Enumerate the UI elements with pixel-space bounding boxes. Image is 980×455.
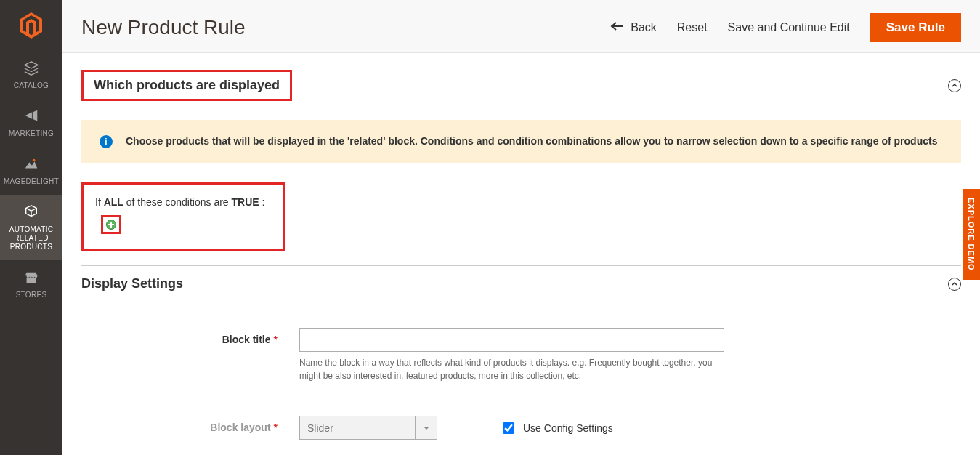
block-title-field-wrap: Name the block in a way that reflects wh…	[299, 328, 961, 382]
sidebar-item-magedelight[interactable]: MAGEDELIGHT	[0, 147, 62, 195]
section-header-display-settings[interactable]: Display Settings	[81, 265, 961, 302]
sidebar-item-label: MAGEDELIGHT	[4, 177, 59, 186]
save-rule-button[interactable]: Save Rule	[870, 13, 961, 42]
catalog-icon	[23, 60, 39, 77]
svg-point-0	[33, 159, 36, 162]
main-content: New Product Rule Back Reset Save and Con…	[62, 0, 980, 455]
section-title-display-settings: Display Settings	[81, 276, 183, 291]
required-indicator: *	[274, 334, 278, 345]
conditions-box: If ALL of these conditions are TRUE :	[81, 182, 285, 251]
sidebar-item-label: CATALOG	[14, 81, 49, 90]
display-settings-section: Display Settings Block title* Name the b…	[81, 265, 961, 447]
section-title-displayed: Which products are displayed	[81, 70, 292, 101]
save-continue-label: Save and Continue Edit	[728, 21, 850, 34]
section-header-displayed[interactable]: Which products are displayed	[81, 65, 961, 105]
collapse-icon[interactable]	[948, 79, 961, 92]
divider	[81, 172, 961, 172]
sidebar-item-marketing[interactable]: MARKETING	[0, 99, 62, 147]
info-text: Choose products that will be displayed i…	[126, 134, 937, 149]
block-layout-select[interactable]: Slider	[299, 416, 416, 440]
reset-label: Reset	[677, 21, 708, 34]
use-config-checkbox[interactable]	[503, 422, 514, 434]
block-layout-field-wrap: Slider Use Config Settings	[299, 416, 961, 440]
conditions-text: If ALL of these conditions are TRUE :	[95, 196, 271, 208]
reset-button[interactable]: Reset	[677, 21, 708, 34]
required-indicator: *	[274, 422, 278, 433]
back-arrow-icon	[610, 21, 625, 34]
use-config-label: Use Config Settings	[523, 422, 613, 434]
sidebar-item-stores[interactable]: STORES	[0, 260, 62, 308]
block-title-input[interactable]	[299, 328, 724, 352]
block-title-label: Block title*	[81, 328, 299, 345]
block-title-hint: Name the block in a way that reflects wh…	[299, 356, 724, 382]
explore-demo-tab[interactable]: EXPLORE DEMO	[963, 189, 980, 280]
form-row-block-title: Block title* Name the block in a way tha…	[81, 321, 961, 390]
info-icon: i	[100, 135, 113, 148]
sidebar-item-label: AUTOMATIC RELATED PRODUCTS	[3, 225, 60, 251]
form-row-block-layout: Block layout* Slider	[81, 408, 961, 447]
sidebar-item-automatic-related-products[interactable]: AUTOMATIC RELATED PRODUCTS	[0, 195, 62, 260]
plus-icon	[106, 220, 116, 230]
content-area: Which products are displayed i Choose pr…	[62, 53, 980, 455]
magento-logo[interactable]	[0, 0, 62, 51]
header-actions: Back Reset Save and Continue Edit Save R…	[610, 13, 961, 42]
sidebar-item-label: MARKETING	[9, 129, 54, 138]
magedelight-icon	[23, 156, 39, 173]
save-continue-button[interactable]: Save and Continue Edit	[728, 21, 850, 34]
page-title: New Product Rule	[81, 16, 246, 39]
select-arrow-icon[interactable]	[416, 416, 437, 440]
collapse-icon[interactable]	[948, 278, 961, 291]
add-condition-button[interactable]	[101, 215, 121, 234]
block-layout-label: Block layout*	[81, 416, 299, 433]
sidebar-item-catalog[interactable]: CATALOG	[0, 51, 62, 99]
sidebar: CATALOG MARKETING MAGEDELIGHT AUTOMATIC …	[0, 0, 62, 455]
use-config-checkbox-wrap: Use Config Settings	[503, 422, 613, 434]
back-button[interactable]: Back	[610, 21, 657, 34]
sidebar-item-label: STORES	[16, 291, 47, 299]
back-label: Back	[631, 21, 657, 34]
marketing-icon	[23, 108, 39, 125]
page-header: New Product Rule Back Reset Save and Con…	[62, 0, 980, 53]
arp-icon	[23, 204, 39, 221]
stores-icon	[23, 269, 39, 286]
info-banner: i Choose products that will be displayed…	[81, 120, 961, 163]
